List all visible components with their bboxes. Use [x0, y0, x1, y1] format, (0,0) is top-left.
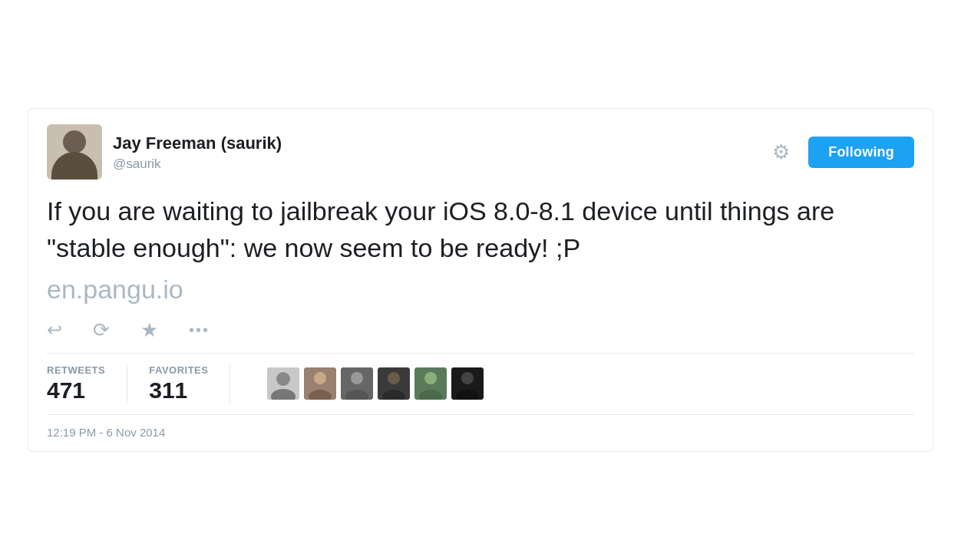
- svg-point-1: [276, 372, 290, 386]
- favorites-label: FAVORITES: [149, 364, 208, 376]
- tweet-link[interactable]: en.pangu.io: [47, 275, 914, 305]
- svg-point-4: [314, 372, 326, 384]
- svg-point-13: [424, 372, 437, 384]
- user-info: Jay Freeman (saurik) @saurik: [113, 133, 282, 172]
- more-button[interactable]: •••: [189, 321, 210, 339]
- display-name[interactable]: Jay Freeman (saurik): [113, 133, 282, 155]
- tweet-text: If you are waiting to jailbreak your iOS…: [47, 193, 914, 266]
- retweets-block: RETWEETS 471: [47, 364, 127, 404]
- favorite-button[interactable]: ★: [140, 318, 158, 342]
- fav-avatar-2[interactable]: [304, 367, 336, 400]
- gear-icon[interactable]: ⚙: [767, 138, 794, 166]
- retweet-icon: ⟳: [93, 318, 110, 342]
- more-icon: •••: [189, 321, 210, 339]
- tweet-header-right: ⚙ Following: [767, 137, 914, 168]
- stats-row: RETWEETS 471 FAVORITES 311: [47, 364, 914, 415]
- favorited-by: [264, 364, 484, 404]
- tweet-card: Jay Freeman (saurik) @saurik ⚙ Following…: [28, 108, 933, 451]
- tweet-timestamp: 12:19 PM - 6 Nov 2014: [47, 426, 914, 439]
- reply-button[interactable]: ↩: [47, 319, 62, 341]
- fav-avatar-5[interactable]: [414, 367, 447, 400]
- favorite-icon: ★: [140, 318, 158, 342]
- tweet-header: Jay Freeman (saurik) @saurik ⚙ Following: [47, 124, 914, 180]
- fav-avatar-3[interactable]: [341, 367, 373, 400]
- favorites-block: FAVORITES 311: [149, 364, 230, 404]
- favorites-value: 311: [149, 377, 208, 404]
- following-button[interactable]: Following: [808, 137, 914, 168]
- fav-avatar-6[interactable]: [451, 367, 484, 400]
- tweet-actions: ↩ ⟳ ★ •••: [47, 318, 914, 354]
- screen-name[interactable]: @saurik: [113, 156, 282, 172]
- retweet-button[interactable]: ⟳: [93, 318, 110, 342]
- fav-avatar-1[interactable]: [267, 367, 299, 400]
- svg-point-16: [461, 372, 474, 384]
- avatar[interactable]: [47, 124, 102, 180]
- reply-icon: ↩: [47, 319, 62, 341]
- tweet-header-left: Jay Freeman (saurik) @saurik: [47, 124, 282, 180]
- fav-avatar-4[interactable]: [378, 367, 410, 400]
- retweets-value: 471: [47, 377, 105, 404]
- svg-point-10: [388, 372, 400, 384]
- svg-point-7: [351, 372, 363, 384]
- retweets-label: RETWEETS: [47, 364, 105, 376]
